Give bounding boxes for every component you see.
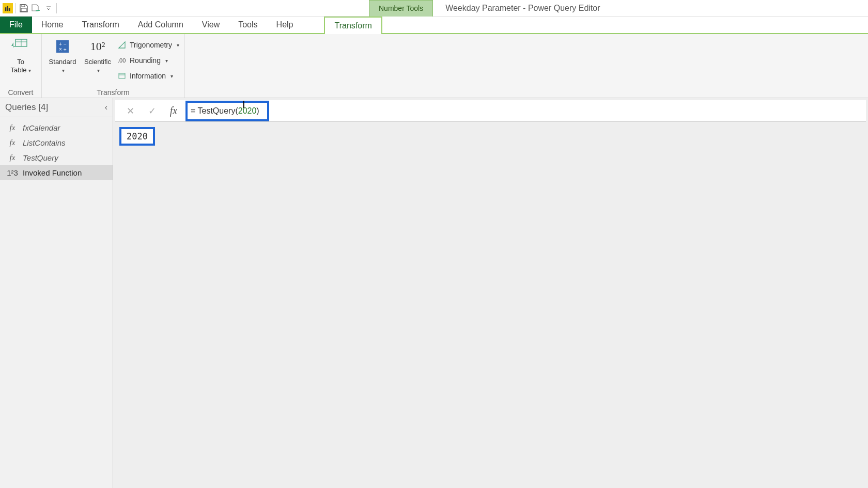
svg-text:×: × bbox=[59, 46, 62, 52]
ribbon-group-transform: +−×÷ Standard▾ 10² Scientific▾ Trigonome… bbox=[42, 34, 185, 98]
scientific-label: Scientific▾ bbox=[84, 58, 111, 75]
to-table-icon bbox=[10, 36, 31, 57]
queries-list: fx fxCalendar fx ListContains fx TestQue… bbox=[0, 117, 113, 183]
title-bar: Number Tools Weekday Parameter - Power Q… bbox=[0, 0, 868, 17]
context-tab-group-label: Number Tools bbox=[369, 0, 433, 17]
tab-home[interactable]: Home bbox=[32, 17, 73, 33]
queries-pane-title: Queries [4] bbox=[5, 102, 48, 113]
svg-rect-1 bbox=[7, 6, 8, 11]
commit-formula-button[interactable]: ✓ bbox=[142, 102, 162, 120]
ribbon-tabs: File Home Transform Add Column View Tool… bbox=[0, 17, 868, 34]
svg-text:÷: ÷ bbox=[64, 46, 67, 52]
query-item-listcontains[interactable]: fx ListContains bbox=[0, 135, 113, 150]
tab-tools[interactable]: Tools bbox=[229, 17, 267, 33]
to-table-label: To Table▾ bbox=[10, 58, 30, 75]
separator bbox=[16, 3, 16, 13]
query-item-fxcalendar[interactable]: fx fxCalendar bbox=[0, 120, 113, 135]
scientific-icon: 10² bbox=[87, 36, 108, 57]
query-item-invoked-function[interactable]: 1²3 Invoked Function bbox=[0, 165, 113, 180]
qat-dropdown-icon[interactable] bbox=[43, 3, 54, 14]
trigonometry-button[interactable]: Trigonometry▾ bbox=[117, 38, 179, 52]
collapse-pane-icon[interactable]: ‹ bbox=[105, 103, 107, 112]
queries-pane-header: Queries [4] ‹ bbox=[0, 98, 113, 117]
standard-button[interactable]: +−×÷ Standard▾ bbox=[47, 36, 78, 75]
trigonometry-icon bbox=[117, 40, 127, 50]
svg-rect-15 bbox=[119, 73, 125, 78]
query-item-testquery[interactable]: fx TestQuery bbox=[0, 150, 113, 165]
scientific-button[interactable]: 10² Scientific▾ bbox=[82, 36, 113, 75]
tab-file[interactable]: File bbox=[0, 17, 32, 33]
quick-access-toolbar bbox=[0, 3, 60, 14]
svg-text:.00: .00 bbox=[118, 57, 126, 64]
ribbon-group-convert-label: Convert bbox=[5, 87, 36, 97]
tab-view[interactable]: View bbox=[193, 17, 229, 33]
function-icon: fx bbox=[7, 153, 18, 162]
query-item-label: ListContains bbox=[23, 138, 66, 147]
ribbon-group-convert: To Table▾ Convert bbox=[0, 34, 42, 98]
queries-pane: Queries [4] ‹ fx fxCalendar fx ListConta… bbox=[0, 98, 113, 488]
tab-transform[interactable]: Transform bbox=[72, 17, 128, 33]
standard-label: Standard▾ bbox=[49, 58, 76, 75]
save-icon[interactable] bbox=[18, 3, 29, 14]
tab-add-column[interactable]: Add Column bbox=[129, 17, 193, 33]
rounding-button[interactable]: .00 Rounding▾ bbox=[117, 54, 179, 67]
ribbon-group-transform-label: Transform bbox=[47, 87, 179, 97]
svg-rect-0 bbox=[5, 7, 7, 11]
window-title: Weekday Parameter - Power Query Editor bbox=[445, 4, 600, 13]
svg-rect-9 bbox=[56, 40, 69, 53]
tab-help[interactable]: Help bbox=[267, 17, 303, 33]
function-icon: fx bbox=[7, 123, 18, 132]
rounding-icon: .00 bbox=[117, 56, 127, 65]
result-value: 2020 bbox=[119, 127, 155, 146]
information-button[interactable]: Information▾ bbox=[117, 69, 179, 83]
function-icon: fx bbox=[7, 138, 18, 147]
preview-area: 2020 bbox=[113, 122, 868, 488]
separator bbox=[56, 3, 57, 13]
save-as-icon[interactable] bbox=[30, 3, 42, 14]
formula-bar: ✕ ✓ fx I = TestQuery(2020) bbox=[115, 100, 866, 122]
fx-icon[interactable]: fx bbox=[164, 102, 183, 120]
to-table-button[interactable]: To Table▾ bbox=[5, 36, 36, 75]
formula-input[interactable]: I = TestQuery(2020) bbox=[185, 101, 269, 121]
query-item-label: TestQuery bbox=[23, 153, 58, 162]
information-icon bbox=[117, 71, 127, 81]
main-area: ✕ ✓ fx I = TestQuery(2020) 2020 bbox=[113, 98, 868, 488]
query-item-label: Invoked Function bbox=[23, 168, 82, 177]
text-cursor-icon: I bbox=[242, 99, 245, 111]
cancel-formula-button[interactable]: ✕ bbox=[120, 102, 140, 120]
body: Queries [4] ‹ fx fxCalendar fx ListConta… bbox=[0, 98, 868, 488]
query-item-label: fxCalendar bbox=[23, 123, 60, 132]
ribbon: To Table▾ Convert +−×÷ Standard▾ 10² Sci… bbox=[0, 34, 868, 98]
tab-context-transform[interactable]: Transform bbox=[324, 17, 382, 34]
svg-rect-2 bbox=[9, 8, 10, 11]
svg-rect-4 bbox=[21, 8, 26, 11]
number-icon: 1²3 bbox=[7, 168, 18, 177]
app-icon bbox=[2, 3, 13, 14]
standard-icon: +−×÷ bbox=[52, 36, 73, 57]
